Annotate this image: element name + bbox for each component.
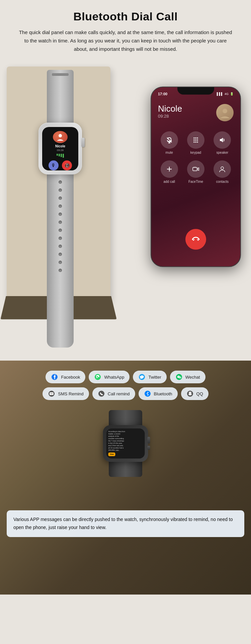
- sms-icon: [48, 390, 55, 397]
- call-remind-label: Call remind: [108, 391, 130, 396]
- watch-body: Nicole 09:28 🎙 📵: [38, 123, 82, 174]
- band-hole-4: [59, 205, 62, 208]
- band-hole-9: [59, 245, 62, 248]
- svg-rect-16: [193, 167, 197, 171]
- band-hole-6: [59, 221, 62, 224]
- call-ctrl-add[interactable]: add call: [158, 160, 180, 183]
- svg-point-13: [197, 141, 198, 143]
- bluetooth-label: Bluetooth: [154, 391, 172, 396]
- speaker-circle: [214, 131, 231, 149]
- call-controls-grid: mute: [151, 121, 240, 183]
- view-button[interactable]: View: [108, 453, 115, 456]
- svg-point-8: [193, 139, 195, 141]
- band-hole-11: [59, 261, 62, 264]
- pills-row-1: Facebook WhatsApp: [17, 371, 234, 383]
- phone-caller-avatar: [216, 104, 234, 121]
- watch-end-button[interactable]: 📵: [62, 160, 72, 170]
- demo-area: Nicole 09:28 🎙 📵: [0, 60, 251, 361]
- wechat-label: Wechat: [185, 375, 200, 380]
- band-hole-10: [59, 253, 62, 256]
- whatsapp-label: WhatsApp: [104, 375, 124, 380]
- add-call-label: add call: [163, 180, 175, 183]
- band-hole-1: [59, 180, 62, 184]
- facebook-pill[interactable]: Facebook: [46, 371, 85, 383]
- svg-point-26: [178, 377, 178, 377]
- band-hole-5: [59, 213, 62, 216]
- svg-point-10: [197, 139, 198, 141]
- phone-caller-section: Nicole 09:28: [151, 97, 240, 121]
- watch-band-top: [47, 70, 74, 123]
- mute-circle: [161, 131, 178, 149]
- svg-point-34: [52, 393, 53, 394]
- svg-point-33: [51, 393, 52, 394]
- watch-mic-button[interactable]: 🎙: [49, 160, 59, 170]
- band-hole-2: [59, 188, 62, 192]
- watch-call-buttons: 🎙 📵: [49, 160, 72, 170]
- whatsapp-pill[interactable]: WhatsApp: [89, 371, 130, 383]
- watch-side-button: [148, 446, 150, 450]
- band-hole-8: [59, 237, 62, 240]
- watch-screen: Nicole 09:28 🎙 📵: [42, 127, 78, 170]
- svg-point-27: [179, 377, 179, 377]
- wrist-watch-body: According to data from Insider, a recent…: [103, 425, 148, 462]
- facebook-label: Facebook: [61, 375, 80, 380]
- watch-contact-name: Nicole: [55, 144, 65, 148]
- facetime-circle: [187, 160, 204, 178]
- whatsapp-icon: [94, 373, 101, 381]
- twitter-pill[interactable]: Twitter: [133, 371, 166, 383]
- wechat-icon: [175, 373, 183, 381]
- phone-notch: [177, 87, 214, 95]
- watch-crown: [148, 437, 150, 443]
- page-title: Bluetooth Dial Call: [10, 10, 241, 23]
- contacts-label: contacts: [216, 180, 229, 183]
- call-remind-icon: [98, 390, 105, 397]
- bluetooth-pill[interactable]: Bluetooth: [139, 387, 178, 400]
- speaker-label: speaker: [217, 151, 229, 154]
- add-call-circle: [161, 160, 178, 178]
- battery-icon: 🔋: [230, 92, 234, 96]
- call-ctrl-facetime[interactable]: FaceTime: [184, 160, 207, 183]
- phone-screen: 17:00 ▌▌▌ 4G 🔋 Nicole 09:28: [151, 87, 240, 266]
- wechat-pill[interactable]: Wechat: [170, 371, 205, 383]
- network-icon: 4G: [225, 92, 229, 96]
- qq-label: QQ: [196, 391, 203, 396]
- wrist-screen-content: According to data from Insider, a recent…: [108, 430, 143, 456]
- watch-band-holes: [59, 180, 62, 272]
- qq-pill[interactable]: QQ: [181, 387, 208, 400]
- sms-pill[interactable]: SMS Remind: [43, 387, 89, 400]
- keypad-label: keypad: [190, 151, 201, 154]
- band-hole-3: [59, 197, 62, 200]
- svg-point-39: [190, 393, 191, 393]
- top-section: Bluetooth Dial Call The quick dial panel…: [0, 0, 251, 53]
- band-hole-12: [59, 269, 62, 272]
- sms-label: SMS Remind: [58, 391, 84, 396]
- end-call-button[interactable]: [185, 229, 206, 250]
- svg-point-12: [195, 141, 196, 143]
- phone-caller-name: Nicole: [158, 104, 182, 114]
- wrist-watch-device: According to data from Insider, a recent…: [85, 417, 166, 470]
- watch-signal-bars: [57, 154, 64, 158]
- phone-status-icons: ▌▌▌ 4G 🔋: [217, 92, 234, 96]
- call-ctrl-keypad[interactable]: keypad: [184, 131, 207, 154]
- notification-pills-area: Facebook WhatsApp: [0, 361, 251, 400]
- phone-mockup: 17:00 ▌▌▌ 4G 🔋 Nicole 09:28: [151, 87, 241, 267]
- call-ctrl-contacts[interactable]: contacts: [211, 160, 234, 183]
- bluetooth-icon: [144, 390, 151, 397]
- svg-point-29: [180, 377, 181, 378]
- svg-point-6: [195, 137, 196, 139]
- call-ctrl-speaker[interactable]: speaker: [211, 131, 234, 154]
- svg-point-7: [197, 137, 198, 139]
- qq-icon: [186, 390, 194, 397]
- band-hole-7: [59, 229, 62, 232]
- call-ctrl-mute[interactable]: mute: [158, 131, 180, 154]
- svg-point-32: [51, 393, 51, 394]
- svg-point-5: [193, 137, 195, 139]
- watch-caller-avatar: [53, 131, 68, 143]
- pills-row-2: SMS Remind Call remind: [17, 387, 234, 400]
- facebook-icon: [51, 373, 58, 381]
- wrist-watch-screen: According to data from Insider, a recent…: [106, 428, 145, 459]
- svg-point-1: [223, 109, 227, 113]
- signal-icon: ▌▌▌: [217, 92, 223, 96]
- page-description: The quick dial panel can make calls quic…: [17, 28, 234, 53]
- call-remind-pill[interactable]: Call remind: [92, 387, 135, 400]
